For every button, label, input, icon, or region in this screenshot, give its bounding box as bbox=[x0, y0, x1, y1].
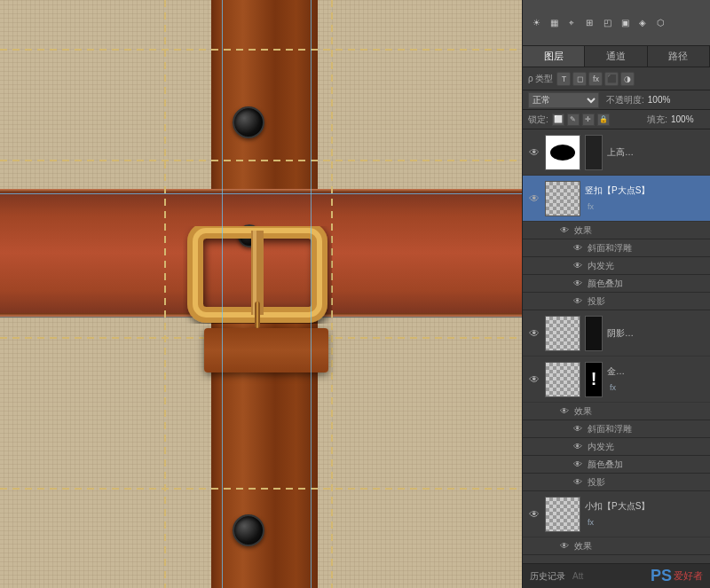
history-button[interactable]: 历史记录 bbox=[530, 570, 565, 583]
canvas-area bbox=[0, 0, 522, 588]
toolbar-icon-6[interactable]: ▣ bbox=[617, 15, 633, 31]
layer-2-effect-coloroverlay-label: 颜色叠加 bbox=[588, 278, 623, 290]
layer-1-info: 上高… bbox=[607, 146, 706, 159]
layer-4-effect-bevel-label: 斜面和浮雕 bbox=[588, 423, 632, 435]
ps-site: 爱好者 bbox=[674, 569, 703, 583]
lock-pixels[interactable]: ✎ bbox=[567, 114, 580, 126]
layer-4-effect-shadow[interactable]: 👁 投影 bbox=[523, 474, 710, 491]
layer-4-effect-glow-eye[interactable]: 👁 bbox=[572, 441, 584, 453]
toolbar-icon-4[interactable]: ⊞ bbox=[581, 15, 597, 31]
layer-1-thumb bbox=[545, 135, 580, 170]
layer-2-effect-group[interactable]: 👁 效果 bbox=[523, 222, 710, 239]
lock-transparent[interactable]: ⬜ bbox=[552, 114, 564, 126]
layer-2-effect-glow[interactable]: 👁 内发光 bbox=[523, 257, 710, 275]
layer-2-effect-bevel-label: 斜面和浮雕 bbox=[588, 242, 632, 255]
stitch-middle-horizontal bbox=[0, 160, 522, 161]
layer-2-effect-group-eye[interactable]: 👁 bbox=[558, 224, 571, 237]
lock-row: 锁定: ⬜ ✎ ✛ 🔒 填充: 100% bbox=[523, 110, 710, 129]
ps-logo: PS bbox=[651, 567, 672, 585]
tab-paths[interactable]: 路径 bbox=[648, 46, 710, 67]
filter-row: ρ 类型 T ◻ fx ⬛ ◑ bbox=[523, 67, 710, 90]
right-panel: ☀ ▦ ⌖ ⊞ ◰ ▣ ◈ ⬡ 图层 通道 路径 ρ 类型 T ◻ fx ⬛ ◑ bbox=[522, 0, 710, 588]
layer-3-info: 阴影… bbox=[607, 327, 706, 340]
filter-icon-adj[interactable]: ◑ bbox=[620, 72, 635, 86]
layer-item-2[interactable]: 👁 竖扣【P大点S】 fx bbox=[523, 176, 710, 222]
layer-2-effect-shadow-label: 投影 bbox=[588, 295, 605, 308]
filter-icon-img[interactable]: ⬛ bbox=[604, 72, 619, 86]
layer-4-effect-bevel-eye[interactable]: 👁 bbox=[572, 423, 584, 435]
filter-icon-t1[interactable]: T bbox=[556, 72, 571, 86]
layer-5-effect-group-label: 效果 bbox=[574, 540, 592, 553]
layer-4-effect-shadow-eye[interactable]: 👁 bbox=[572, 476, 584, 489]
layer-4-effect-group[interactable]: 👁 效果 bbox=[523, 403, 710, 420]
layer-2-effect-coloroverlay[interactable]: 👁 颜色叠加 bbox=[523, 275, 710, 293]
layer-5-name: 小扣【P大点S】 bbox=[585, 500, 706, 513]
layer-4-info: 金… fx bbox=[607, 365, 706, 394]
layer-4-name: 金… bbox=[607, 365, 706, 378]
layer-1-name: 上高… bbox=[607, 146, 706, 159]
layer-2-effect-shadow-eye[interactable]: 👁 bbox=[572, 295, 584, 308]
layer-2-effect-coloroverlay-eye[interactable]: 👁 bbox=[572, 278, 584, 290]
layer-4-eye[interactable]: 👁 bbox=[526, 372, 542, 388]
layer-4-effect-coloroverlay[interactable]: 👁 颜色叠加 bbox=[523, 456, 710, 474]
layer-4-effect-glow[interactable]: 👁 内发光 bbox=[523, 438, 710, 456]
layer-item-4[interactable]: 👁 ! 金… fx bbox=[523, 357, 710, 403]
layer-3-name: 阴影… bbox=[607, 327, 706, 340]
layer-4-effect-coloroverlay-label: 颜色叠加 bbox=[588, 459, 623, 471]
layer-3-mask bbox=[585, 316, 603, 351]
stitch-far-bottom-horizontal bbox=[0, 488, 522, 490]
tab-channels[interactable]: 通道 bbox=[585, 46, 647, 67]
blend-row: 正常 不透明度: 100% bbox=[523, 90, 710, 110]
layer-3-eye[interactable]: 👁 bbox=[526, 325, 542, 341]
opacity-value: 100% bbox=[648, 95, 682, 105]
layer-1-eye[interactable]: 👁 bbox=[526, 145, 542, 161]
tab-layers[interactable]: 图层 bbox=[523, 46, 585, 67]
toolbar-icon-8[interactable]: ⬡ bbox=[652, 15, 668, 31]
layer-5-info: 小扣【P大点S】 fx bbox=[585, 500, 706, 529]
layer-2-thumb bbox=[545, 181, 580, 216]
toolbar-icon-1[interactable]: ☀ bbox=[528, 15, 544, 31]
toolbar-icon-5[interactable]: ◰ bbox=[599, 15, 615, 31]
lock-position[interactable]: ✛ bbox=[582, 114, 595, 126]
layer-item-1[interactable]: 👁 上高… bbox=[523, 129, 710, 176]
lock-all[interactable]: 🔒 bbox=[597, 114, 610, 126]
layer-2-info: 竖扣【P大点S】 fx bbox=[585, 184, 706, 213]
layer-5-effect-group[interactable]: 👁 效果 bbox=[523, 537, 710, 555]
guide-line-vertical-1 bbox=[222, 0, 223, 588]
toolbar-icon-2[interactable]: ▦ bbox=[546, 15, 562, 31]
guide-line-vertical-2 bbox=[311, 0, 312, 588]
filter-icon-shape[interactable]: ◻ bbox=[572, 72, 587, 86]
layer-2-effect-bevel-eye[interactable]: 👁 bbox=[572, 242, 584, 255]
layer-2-effect-glow-eye[interactable]: 👁 bbox=[572, 260, 584, 272]
layer-2-eye[interactable]: 👁 bbox=[526, 191, 542, 207]
layer-4-effect-group-label: 效果 bbox=[574, 405, 592, 418]
toolbar-icon-7[interactable]: ◈ bbox=[635, 15, 651, 31]
stitch-top-horizontal bbox=[0, 49, 522, 51]
layer-5-fx-badge: fx bbox=[588, 518, 594, 527]
rivet-1 bbox=[233, 106, 264, 138]
layer-2-effect-group-label: 效果 bbox=[574, 224, 592, 237]
layer-item-5[interactable]: 👁 小扣【P大点S】 fx bbox=[523, 491, 710, 537]
guide-line-horizontal bbox=[0, 193, 522, 194]
layer-4-effect-shadow-label: 投影 bbox=[588, 476, 605, 489]
layer-4-effect-coloroverlay-eye[interactable]: 👁 bbox=[572, 459, 584, 471]
filter-label: ρ 类型 bbox=[528, 73, 553, 85]
layer-4-effect-glow-label: 内发光 bbox=[588, 441, 614, 453]
layer-2-effect-bevel[interactable]: 👁 斜面和浮雕 bbox=[523, 239, 710, 257]
stitch-left-vertical bbox=[164, 0, 166, 588]
toolbar-icon-3[interactable]: ⌖ bbox=[564, 15, 580, 31]
layer-4-effect-bevel[interactable]: 👁 斜面和浮雕 bbox=[523, 420, 710, 438]
layer-5-thumb bbox=[545, 497, 580, 532]
layer-item-3[interactable]: 👁 阴影… bbox=[523, 310, 710, 357]
layer-3-thumb bbox=[545, 316, 580, 351]
layer-4-mask: ! bbox=[585, 362, 603, 397]
filter-icon-fx[interactable]: fx bbox=[588, 72, 603, 86]
blend-mode-select[interactable]: 正常 bbox=[528, 92, 599, 108]
layer-5-effect-group-eye[interactable]: 👁 bbox=[558, 540, 571, 553]
layer-4-fx-badge: fx bbox=[610, 383, 616, 392]
layer-2-effect-shadow[interactable]: 👁 投影 bbox=[523, 293, 710, 310]
opacity-label: 不透明度: bbox=[606, 94, 644, 106]
layer-4-effect-group-eye[interactable]: 👁 bbox=[558, 405, 571, 418]
layer-5-eye[interactable]: 👁 bbox=[526, 506, 542, 522]
svg-rect-5 bbox=[256, 302, 258, 328]
